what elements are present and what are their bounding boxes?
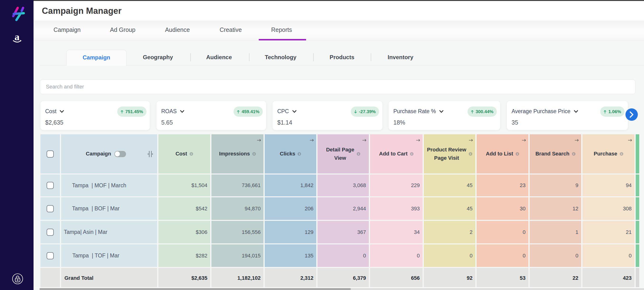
svg-text:a: a [14, 33, 20, 42]
